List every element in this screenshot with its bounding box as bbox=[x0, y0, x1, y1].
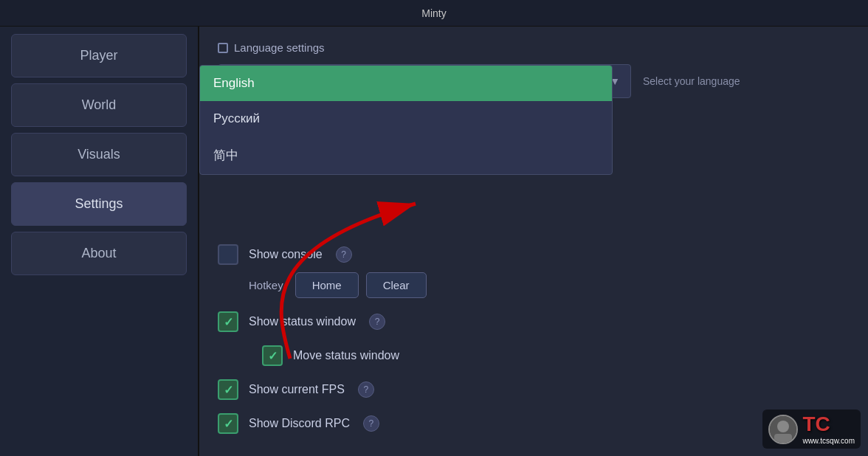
show-fps-row: Show current FPS ? bbox=[218, 379, 850, 400]
clear-button[interactable]: Clear bbox=[366, 272, 427, 298]
show-status-window-label: Show status window bbox=[249, 315, 356, 328]
show-status-window-row: Show status window ? bbox=[218, 311, 850, 332]
hotkey-row: Hotkey Home Clear bbox=[249, 272, 850, 298]
svg-rect-3 bbox=[774, 434, 792, 443]
section-title: Language settings bbox=[218, 41, 850, 54]
show-discord-rpc-help-icon[interactable]: ? bbox=[363, 415, 379, 432]
dropdown-option-russian[interactable]: Русский bbox=[200, 101, 612, 137]
show-console-help-icon[interactable]: ? bbox=[336, 246, 352, 263]
show-fps-label: Show current FPS bbox=[249, 383, 345, 396]
show-discord-rpc-label: Show Discord RPC bbox=[249, 417, 350, 430]
sidebar-item-visuals[interactable]: Visuals bbox=[11, 133, 187, 176]
show-console-label: Show console bbox=[249, 248, 323, 261]
move-status-window-checkbox[interactable] bbox=[262, 345, 283, 366]
show-fps-checkbox[interactable] bbox=[218, 379, 238, 400]
main-layout: Player World Visuals Settings About Lang… bbox=[0, 27, 868, 456]
sidebar-item-about[interactable]: About bbox=[11, 232, 187, 275]
show-fps-help-icon[interactable]: ? bbox=[358, 381, 374, 398]
sidebar-item-player[interactable]: Player bbox=[11, 34, 187, 77]
dropdown-option-chinese[interactable]: 简中 bbox=[200, 137, 612, 174]
show-status-window-help-icon[interactable]: ? bbox=[369, 314, 385, 330]
app-title: Minty bbox=[421, 7, 446, 19]
watermark-avatar bbox=[768, 415, 798, 444]
content-area: Language settings English ▼ Select your … bbox=[199, 27, 868, 456]
dropdown-option-english[interactable]: English bbox=[200, 66, 612, 101]
title-bar: Minty bbox=[0, 0, 868, 27]
show-console-checkbox[interactable] bbox=[218, 244, 238, 265]
sidebar-item-settings[interactable]: Settings bbox=[11, 182, 187, 226]
watermark-label: TC www.tcsqw.com bbox=[802, 412, 855, 446]
svg-point-2 bbox=[777, 421, 789, 432]
sidebar: Player World Visuals Settings About bbox=[0, 27, 199, 456]
hotkey-label: Hotkey bbox=[249, 279, 283, 291]
home-button[interactable]: Home bbox=[295, 272, 359, 298]
watermark-site: www.tcsqw.com bbox=[802, 436, 855, 446]
language-dropdown-menu: English Русский 简中 bbox=[199, 65, 613, 175]
tc-text: TC bbox=[802, 412, 830, 435]
move-status-window-row: Move status window bbox=[262, 345, 850, 366]
sidebar-item-world[interactable]: World bbox=[11, 83, 187, 127]
show-discord-rpc-checkbox[interactable] bbox=[218, 413, 238, 434]
show-discord-rpc-row: Show Discord RPC ? bbox=[218, 413, 850, 434]
show-console-row: Show console ? bbox=[218, 244, 850, 265]
move-status-window-label: Move status window bbox=[293, 349, 399, 362]
watermark: TC www.tcsqw.com bbox=[762, 410, 861, 449]
show-status-window-checkbox[interactable] bbox=[218, 311, 238, 332]
language-helper-text: Select your language bbox=[643, 75, 740, 87]
